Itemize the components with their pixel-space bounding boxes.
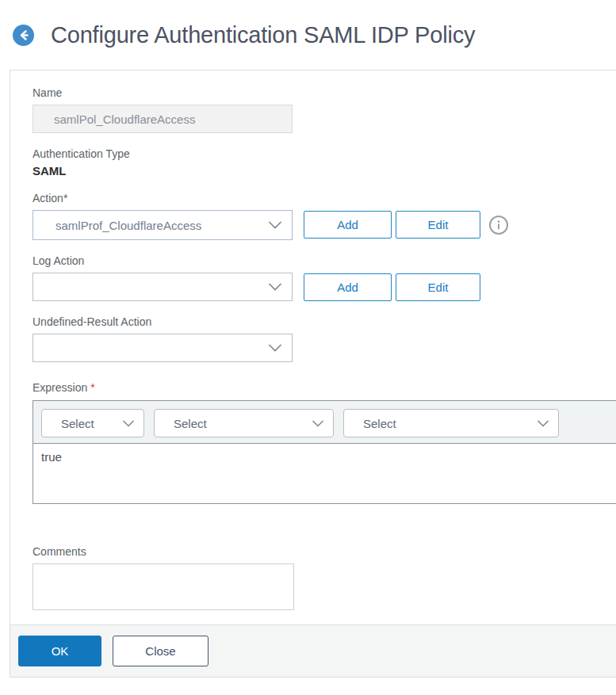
- chevron-down-icon: [268, 281, 282, 294]
- action-select-value: samlProf_CloudflareAccess: [55, 219, 201, 232]
- expression-select-1[interactable]: Select: [41, 409, 144, 437]
- form-footer: OK Close: [10, 624, 616, 677]
- action-edit-button[interactable]: Edit: [396, 211, 480, 239]
- expression-select-3[interactable]: Select: [343, 409, 559, 437]
- saml-idp-policy-form: Name Authentication Type SAML Action* sa…: [10, 70, 616, 678]
- close-button[interactable]: Close: [113, 636, 209, 666]
- action-field-group: Action* samlProf_CloudflareAccess Add Ed…: [33, 192, 616, 240]
- chevron-down-icon: [537, 417, 549, 430]
- auth-type-label: Authentication Type: [33, 147, 616, 161]
- info-icon[interactable]: [489, 216, 508, 235]
- comments-input[interactable]: [33, 563, 294, 610]
- chevron-down-icon: [268, 219, 282, 232]
- log-action-field-group: Log Action Add Edit: [33, 254, 616, 301]
- required-asterisk: *: [90, 381, 94, 394]
- chevron-down-icon: [312, 417, 324, 430]
- expression-toolbar: Select Select Select: [33, 401, 616, 444]
- page-title: Configure Authentication SAML IDP Policy: [51, 22, 475, 48]
- action-add-button[interactable]: Add: [304, 211, 392, 239]
- undefined-result-select[interactable]: [33, 334, 293, 362]
- log-action-add-button[interactable]: Add: [304, 273, 392, 301]
- auth-type-group: Authentication Type SAML: [33, 147, 616, 178]
- name-field-group: Name: [33, 86, 616, 133]
- ok-button[interactable]: OK: [18, 636, 101, 666]
- expression-select-2[interactable]: Select: [154, 409, 334, 437]
- log-action-edit-button[interactable]: Edit: [396, 273, 480, 301]
- action-label: Action*: [33, 192, 616, 205]
- expression-label-text: Expression: [33, 381, 87, 394]
- name-label: Name: [33, 86, 616, 100]
- name-input: [33, 105, 293, 133]
- expression-select-1-value: Select: [61, 417, 94, 430]
- expression-editor: Select Select Select: [33, 400, 616, 504]
- chevron-down-icon: [122, 417, 135, 430]
- auth-type-value: SAML: [33, 164, 616, 178]
- action-select[interactable]: samlProf_CloudflareAccess: [33, 210, 293, 240]
- undefined-result-field-group: Undefined-Result Action: [33, 315, 616, 362]
- log-action-label: Log Action: [33, 254, 616, 268]
- arrow-left-icon: [17, 29, 29, 41]
- undefined-result-label: Undefined-Result Action: [33, 315, 616, 329]
- expression-select-2-value: Select: [174, 417, 207, 430]
- expression-field-group: Expression * Select Select: [33, 381, 616, 504]
- expression-select-3-value: Select: [363, 417, 396, 430]
- comments-field-group: Comments: [33, 545, 616, 610]
- chevron-down-icon: [268, 342, 282, 355]
- page-header: Configure Authentication SAML IDP Policy: [0, 0, 616, 48]
- back-button[interactable]: [13, 25, 34, 46]
- log-action-select[interactable]: [33, 273, 293, 301]
- expression-label: Expression *: [33, 381, 616, 395]
- comments-label: Comments: [33, 545, 616, 559]
- expression-input[interactable]: true: [33, 444, 616, 503]
